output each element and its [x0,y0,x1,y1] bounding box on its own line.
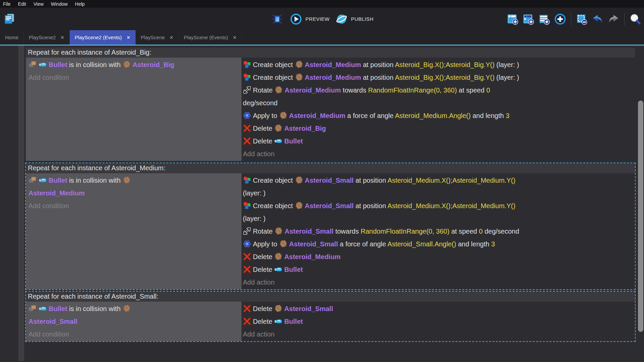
add-action-button[interactable]: Add action [243,276,632,289]
tab-label: PlayScene (Events) [184,35,228,40]
asteroid-icon [274,252,282,260]
action-row[interactable]: Apply to Asteroid_Small a force of angle… [243,238,632,250]
tab-playscene-events-[interactable]: PlayScene (Events)✕ [179,30,242,45]
sentence-text: and length [456,240,491,248]
event-repeat-header[interactable]: Repeat for each instance of Asteroid_Sma… [26,292,635,302]
debugger-icon[interactable] [271,12,284,26]
vertical-scrollbar[interactable] [638,101,643,332]
new-scene-icon[interactable] [506,12,520,26]
menu-view[interactable]: View [30,1,47,7]
asteroid-icon [279,239,287,248]
create-object-icon [243,60,251,68]
gdevelop-window: FileEditViewWindowHelp PREVIEW PUBLISH H… [0,0,644,362]
object-name: Asteroid_Small [29,318,77,325]
new-external-events-icon[interactable] [538,12,551,26]
sentence-text: Delete [253,266,274,273]
add-condition-button[interactable]: Add condition [29,328,239,341]
tab-close-icon[interactable]: ✕ [233,35,237,40]
event-repeat-header[interactable]: Repeat for each instance of Asteroid_Med… [26,163,635,173]
sentence-text: Rotate [253,86,274,94]
action-row[interactable]: Create object Asteroid_Small at position… [243,174,632,199]
search-icon[interactable] [629,12,642,26]
tab-playscene2[interactable]: PlayScene2✕ [24,30,70,45]
sentence-text: Delete [253,318,274,325]
actions-column: Create object Asteroid_Small at position… [241,173,635,289]
undo-icon[interactable] [591,12,604,26]
condition-row[interactable]: Bullet is in collision with Asteroid_Sma… [29,302,239,328]
object-name: Asteroid_Medium [284,86,341,94]
conditions-column: Bullet is in collision with Asteroid_Sma… [26,302,241,341]
asteroid-icon [295,201,303,209]
condition-row[interactable]: Bullet is in collision with Asteroid_Med… [29,174,239,199]
action-row[interactable]: Delete Bullet [243,263,632,276]
asteroid-icon [122,304,131,312]
expression-value: Asteroid_Big.X();Asteroid_Big.Y() [395,74,495,81]
sentence-text: at position [354,177,387,184]
event-repeat-header[interactable]: Repeat for each instance of Asteroid_Big… [26,48,635,58]
actions-column: Create object Asteroid_Medium at positio… [241,58,635,161]
sentence-text: is in collision with [67,177,123,184]
menu-edit[interactable]: Edit [14,1,30,7]
expression-value: Asteroid_Big.X();Asteroid_Big.Y() [395,61,495,68]
action-row[interactable]: Create object Asteroid_Small at position… [243,199,632,225]
action-row[interactable]: Apply to Asteroid_Medium a force of angl… [243,109,632,122]
add-condition-button[interactable]: Add condition [29,199,239,212]
events-sheet: Repeat for each instance of Asteroid_Big… [0,46,644,361]
action-row[interactable]: Delete Asteroid_Big [243,122,632,135]
object-name: Bullet [284,318,303,325]
action-row[interactable]: Create object Asteroid_Medium at positio… [243,58,632,71]
asteroid-icon [122,176,131,184]
conditions-column: Bullet is in collision with Asteroid_Med… [26,173,241,289]
tab-home[interactable]: Home [0,30,24,45]
collision-icon [29,304,37,312]
object-name: Bullet [284,266,303,273]
tab-playscene[interactable]: PlayScene✕ [136,30,179,45]
object-name: Asteroid_Medium [289,112,345,119]
action-row[interactable]: Rotate Asteroid_Small towards RandomFloa… [243,225,632,238]
sentence-text: Delete [253,125,274,132]
action-row[interactable]: Delete Bullet [243,315,632,328]
action-row[interactable]: Delete Asteroid_Medium [243,250,632,263]
publish-button[interactable]: PUBLISH [335,12,373,26]
menu-file[interactable]: File [3,1,14,7]
tab-close-icon[interactable]: ✕ [60,35,64,40]
force-icon [243,111,251,119]
action-row[interactable]: Rotate Asteroid_Medium towards RandomFlo… [243,84,632,109]
add-action-button[interactable]: Add action [243,147,632,160]
toolbar-separator [571,13,571,25]
preview-button[interactable]: PREVIEW [289,12,330,26]
deselect-icon[interactable] [575,12,589,26]
collision-icon [29,60,37,68]
project-manager-icon[interactable] [3,12,16,25]
asteroid-icon [274,227,283,235]
event-block: Repeat for each instance of Asteroid_Sma… [25,291,636,342]
sentence-text: a force of angle [338,240,387,248]
menu-help[interactable]: Help [71,1,89,7]
action-row[interactable]: Delete Asteroid_Small [243,302,632,315]
asteroid-icon [274,124,282,132]
object-name: Asteroid_Small [284,305,333,312]
sentence-text: deg/second [483,228,519,235]
tab-close-icon[interactable]: ✕ [169,35,173,40]
menu-window[interactable]: Window [47,1,71,7]
sentence-text: deg/second [243,99,277,107]
object-name: Asteroid_Medium [284,253,340,260]
bullet-icon [39,304,47,312]
sentence-text: Create object [253,202,295,209]
add-condition-button[interactable]: Add condition [29,71,239,84]
action-row[interactable]: Create object Asteroid_Medium at positio… [243,71,632,84]
tab-close-icon[interactable]: ✕ [126,35,130,40]
expression-value: Asteroid_Medium.Angle() [395,112,471,119]
preview-play-icon [289,12,303,26]
tab-playscene2-events-[interactable]: PlayScene2 (Events)✕ [70,30,136,45]
add-action-button[interactable]: Add action [243,328,632,341]
new-external-layout-icon[interactable] [522,12,535,26]
add-new-icon[interactable] [553,12,567,26]
toolbar: PREVIEW PUBLISH [0,8,644,30]
redo-icon[interactable] [607,12,620,26]
object-name: Asteroid_Big [284,125,326,132]
condition-row[interactable]: Bullet is in collision with Asteroid_Big [29,58,239,71]
action-row[interactable]: Delete Bullet [243,135,632,147]
sentence-text: towards [341,86,368,94]
expression-value: RandomFloatInRange(0, 360) [361,228,449,235]
